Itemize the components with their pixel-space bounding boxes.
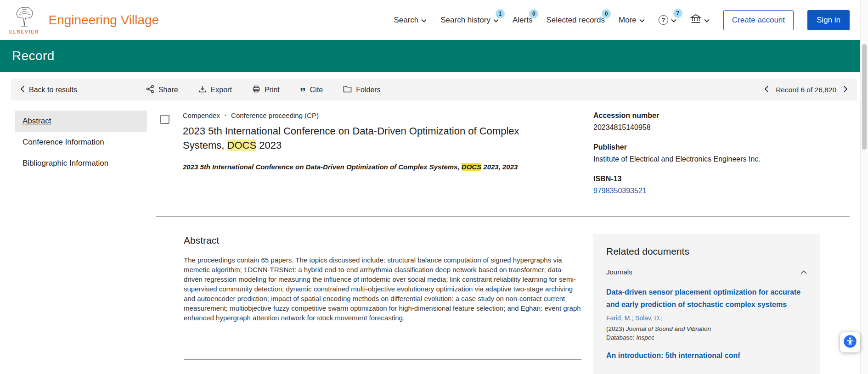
elsevier-wordmark: ELSEVIER: [9, 29, 39, 34]
folders-label: Folders: [356, 86, 380, 94]
abstract-section: Abstract The proceedings contain 65 pape…: [184, 235, 581, 329]
page: ELSEVIER Engineering Village Search Sear…: [0, 0, 868, 374]
share-label: Share: [158, 86, 178, 94]
brand-title[interactable]: Engineering Village: [48, 13, 159, 28]
selected-records-badge: 0: [602, 9, 611, 18]
record-subtitle: 2023 5th International Conference on Dat…: [183, 163, 564, 171]
alerts-badge: 0: [529, 9, 538, 18]
isbn-link[interactable]: 9798350393521: [593, 187, 809, 195]
record-metadata-column: Accession number 20234815140958 Publishe…: [593, 112, 809, 195]
isbn-block: ISBN-13 9798350393521: [593, 175, 809, 195]
nav-search[interactable]: Search: [394, 16, 427, 25]
accession-number-label: Accession number: [593, 112, 809, 120]
export-button[interactable]: Export: [198, 85, 232, 95]
section-divider: [156, 216, 850, 217]
elsevier-tree-icon: [12, 6, 37, 29]
publisher-label: Publisher: [593, 143, 809, 151]
scrollbar-thumb[interactable]: [862, 44, 867, 150]
related-group-label: Journals: [606, 268, 632, 276]
next-record-button[interactable]: [844, 86, 848, 94]
sidebar-item-conference-information[interactable]: Conference Information: [15, 132, 147, 153]
nav-selected-records[interactable]: Selected records 0: [546, 16, 605, 25]
elsevier-logo[interactable]: ELSEVIER: [9, 6, 39, 34]
related-document-database: Database: Inspec: [606, 334, 807, 341]
page-title: Record: [12, 49, 55, 63]
share-button[interactable]: Share: [146, 85, 178, 95]
record-subtitle-text: 2023 5th International Conference on Dat…: [183, 163, 462, 171]
search-term-highlight: DOCS: [462, 163, 481, 171]
nav-alerts-label: Alerts: [513, 16, 532, 25]
related-documents-panel: Related documents Journals Data-driven s…: [593, 234, 820, 374]
cite-button[interactable]: ” Cite: [300, 85, 323, 95]
cite-label: Cite: [310, 86, 323, 94]
related-document-citation: (2023) Journal of Sound and Vibration: [606, 325, 807, 332]
chevron-down-icon: [639, 16, 645, 25]
separator-dot: •: [225, 112, 226, 119]
abstract-heading: Abstract: [184, 235, 581, 246]
top-nav: Search Search history 1 Alerts 0 Selecte…: [394, 10, 850, 30]
sidebar-item-label: Abstract: [23, 117, 51, 125]
nav-more[interactable]: More: [619, 16, 645, 25]
share-icon: [146, 85, 154, 95]
related-document-authors[interactable]: Farid, M.; Solav, D.;: [606, 314, 807, 322]
accession-number-block: Accession number 20234815140958: [593, 112, 809, 132]
record-pager: Record 6 of 26,820: [764, 86, 848, 94]
select-record-checkbox[interactable]: [160, 115, 169, 124]
related-document-journal: Journal of Sound and Vibration: [626, 325, 711, 332]
search-term-highlight: DOCS: [227, 140, 257, 151]
nav-institution[interactable]: [690, 14, 710, 26]
isbn-label: ISBN-13: [593, 175, 809, 183]
record-section-nav: Abstract Conference Information Bibliogr…: [15, 111, 147, 174]
institution-icon: [690, 14, 701, 26]
nav-selected-records-label: Selected records: [546, 16, 605, 25]
top-header: ELSEVIER Engineering Village Search Sear…: [0, 0, 868, 40]
related-journals-toggle[interactable]: Journals: [606, 268, 807, 276]
abstract-text: The proceedings contain 65 papers. The t…: [184, 255, 581, 323]
page-scrollbar[interactable]: [860, 0, 868, 374]
chevron-down-icon: [421, 16, 427, 25]
sidebar-item-bibliographic-information[interactable]: Bibliographic Information: [15, 153, 147, 174]
record-banner: Record: [0, 40, 868, 72]
nav-alerts[interactable]: Alerts 0: [513, 16, 532, 25]
record-title: 2023 5th International Conference on Dat…: [183, 124, 556, 152]
nav-search-history-label: Search history: [440, 16, 490, 25]
accessibility-icon: [843, 335, 857, 350]
chevron-left-icon: [20, 86, 24, 94]
back-to-results-label: Back to results: [29, 86, 77, 94]
related-document-title-link[interactable]: An introduction: 5th international conf: [606, 349, 807, 362]
nav-more-label: More: [619, 16, 637, 25]
database-source-label[interactable]: Compendex: [183, 112, 220, 119]
nav-search-history[interactable]: Search history 1: [440, 16, 499, 25]
print-label: Print: [265, 86, 280, 94]
accessibility-widget-button[interactable]: [840, 332, 860, 352]
print-button[interactable]: Print: [252, 85, 280, 95]
print-icon: [252, 85, 260, 95]
cite-icon: ”: [300, 89, 306, 96]
related-document-year: (2023): [606, 325, 624, 332]
accession-number-value: 20234815140958: [593, 123, 809, 132]
create-account-button[interactable]: Create account: [723, 10, 794, 30]
prev-record-button[interactable]: [764, 86, 768, 94]
record-subtitle-text: 2023, 2023: [481, 163, 518, 171]
chevron-down-icon: [704, 16, 710, 25]
toolbar-actions: Share Export Print ”: [146, 85, 381, 95]
help-icon: ?: [659, 15, 668, 25]
document-type-label: Conference proceeding (CP): [231, 112, 319, 119]
sign-in-button[interactable]: Sign in: [807, 10, 850, 30]
database-label: Database:: [606, 334, 635, 341]
folder-icon: [343, 85, 352, 95]
search-history-badge: 1: [496, 9, 505, 18]
related-document-title-link[interactable]: Data-driven sensor placement optimizatio…: [606, 286, 807, 311]
back-to-results-button[interactable]: Back to results: [20, 86, 77, 94]
sidebar-item-abstract[interactable]: Abstract: [15, 111, 147, 132]
sidebar-item-label: Conference Information: [23, 138, 104, 146]
record-title-text: 2023: [256, 140, 282, 151]
publisher-value: Institute of Electrical and Electronics …: [593, 155, 809, 163]
folders-button[interactable]: Folders: [343, 85, 380, 95]
record-head: Compendex • Conference proceeding (CP) 2…: [183, 112, 564, 171]
chevron-up-icon: [800, 268, 807, 276]
nav-help[interactable]: ? 7: [659, 15, 676, 25]
database-value: Inspec: [636, 334, 654, 341]
record-pagination-label: Record 6 of 26,820: [776, 86, 836, 94]
publisher-block: Publisher Institute of Electrical and El…: [593, 143, 809, 163]
